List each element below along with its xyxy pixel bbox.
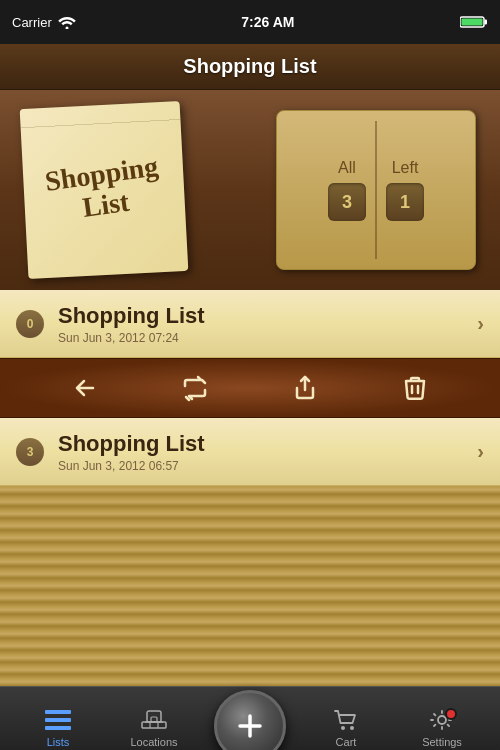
tab-all-label: All bbox=[338, 159, 356, 177]
list-item[interactable]: 0 Shopping List Sun Jun 3, 2012 07:24 › bbox=[0, 290, 500, 358]
tab-cart-label: Cart bbox=[336, 736, 357, 748]
book-tabs: All 3 Left 1 bbox=[277, 159, 475, 221]
wifi-icon bbox=[58, 15, 76, 29]
notification-dot bbox=[445, 708, 457, 720]
tab-left[interactable]: Left 1 bbox=[386, 159, 424, 221]
back-button[interactable] bbox=[63, 366, 107, 410]
item-badge-1: 3 bbox=[16, 438, 44, 466]
item-info-1: Shopping List Sun Jun 3, 2012 06:57 bbox=[58, 431, 477, 473]
tab-all-count: 3 bbox=[328, 183, 366, 221]
tab-left-count: 1 bbox=[386, 183, 424, 221]
battery-icon bbox=[460, 15, 488, 29]
chevron-right-icon-0: › bbox=[477, 312, 484, 335]
share-button[interactable] bbox=[283, 366, 327, 410]
tab-locations[interactable]: Locations bbox=[106, 687, 202, 750]
note-text: ShoppingList bbox=[43, 152, 164, 229]
tab-left-label: Left bbox=[392, 159, 419, 177]
tab-lists[interactable]: Lists bbox=[10, 687, 106, 750]
item-title-1: Shopping List bbox=[58, 431, 477, 457]
svg-point-15 bbox=[341, 726, 345, 730]
page-title: Shopping List bbox=[183, 55, 316, 78]
action-toolbar bbox=[0, 358, 500, 418]
svg-point-16 bbox=[350, 726, 354, 730]
repeat-button[interactable] bbox=[173, 366, 217, 410]
item-title-0: Shopping List bbox=[58, 303, 477, 329]
svg-rect-6 bbox=[45, 726, 71, 730]
lists-icon bbox=[43, 708, 73, 732]
svg-rect-2 bbox=[485, 20, 488, 25]
header-banner: ShoppingList All 3 Left 1 bbox=[0, 90, 500, 290]
book-widget[interactable]: All 3 Left 1 bbox=[276, 110, 476, 270]
carrier-label: Carrier bbox=[12, 15, 52, 30]
svg-rect-4 bbox=[45, 710, 71, 714]
status-right bbox=[460, 15, 488, 29]
chevron-right-icon-1: › bbox=[477, 440, 484, 463]
tab-locations-label: Locations bbox=[130, 736, 177, 748]
add-button[interactable] bbox=[214, 690, 286, 751]
tab-all[interactable]: All 3 bbox=[328, 159, 366, 221]
status-left: Carrier bbox=[12, 15, 76, 30]
item-subtitle-0: Sun Jun 3, 2012 07:24 bbox=[58, 331, 477, 345]
item-badge-0: 0 bbox=[16, 310, 44, 338]
svg-rect-10 bbox=[142, 722, 166, 728]
tab-settings-label: Settings bbox=[422, 736, 462, 748]
list-item-1[interactable]: 3 Shopping List Sun Jun 3, 2012 06:57 › bbox=[0, 418, 500, 486]
status-time: 7:26 AM bbox=[241, 14, 294, 30]
svg-rect-5 bbox=[45, 718, 71, 722]
locations-icon bbox=[139, 708, 169, 732]
tab-settings[interactable]: Settings bbox=[394, 687, 490, 750]
trash-button[interactable] bbox=[393, 366, 437, 410]
tab-cart[interactable]: Cart bbox=[298, 687, 394, 750]
item-info-0: Shopping List Sun Jun 3, 2012 07:24 bbox=[58, 303, 477, 345]
nav-bar: Shopping List bbox=[0, 44, 500, 90]
tab-bar: Lists Locations bbox=[0, 686, 500, 750]
settings-icon bbox=[427, 708, 457, 732]
status-bar: Carrier 7:26 AM bbox=[0, 0, 500, 44]
tab-lists-label: Lists bbox=[47, 736, 70, 748]
svg-point-0 bbox=[65, 27, 68, 30]
main-content: 0 Shopping List Sun Jun 3, 2012 07:24 › bbox=[0, 290, 500, 686]
item-subtitle-1: Sun Jun 3, 2012 06:57 bbox=[58, 459, 477, 473]
cart-icon bbox=[331, 708, 361, 732]
svg-rect-3 bbox=[462, 19, 483, 26]
paper-note: ShoppingList bbox=[20, 101, 189, 279]
empty-area bbox=[0, 486, 500, 686]
